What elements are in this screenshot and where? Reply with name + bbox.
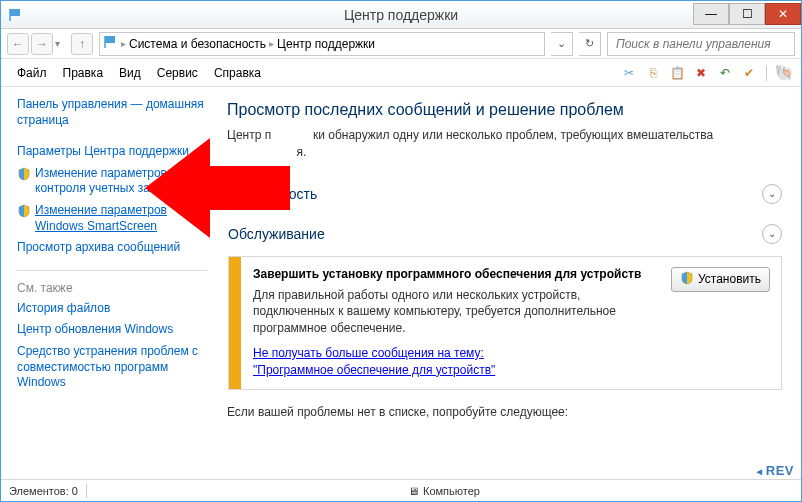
undo-icon[interactable]: ↶ bbox=[716, 64, 734, 82]
sidebar: Панель управления — домашняя страница Па… bbox=[1, 87, 215, 479]
address-bar: ← → ▾ ↑ ▸ Система и безопасность ▸ Центр… bbox=[1, 29, 801, 59]
chevron-down-icon[interactable]: ⌄ bbox=[762, 224, 782, 244]
sidebar-home[interactable]: Панель управления — домашняя страница bbox=[17, 97, 207, 128]
shield-icon bbox=[17, 167, 31, 186]
install-button[interactable]: Установить bbox=[671, 267, 770, 292]
close-button[interactable]: ✕ bbox=[765, 3, 801, 25]
section-maintenance[interactable]: Обслуживание ⌄ bbox=[228, 218, 782, 250]
sidebar-archive[interactable]: Просмотр архива сообщений bbox=[17, 240, 180, 256]
titlebar: Центр поддержки — ☐ ✕ bbox=[1, 1, 801, 29]
history-dropdown[interactable]: ▾ bbox=[55, 38, 69, 49]
paste-icon[interactable]: 📋 bbox=[668, 64, 686, 82]
forward-button[interactable]: → bbox=[31, 33, 53, 55]
flag-icon bbox=[9, 8, 23, 22]
watermark: REV bbox=[754, 463, 794, 478]
notice-box: Завершить установку программного обеспеч… bbox=[228, 256, 782, 390]
main-content: Просмотр последних сообщений и решение п… bbox=[215, 87, 801, 479]
svg-rect-0 bbox=[10, 9, 20, 16]
shield-icon bbox=[17, 204, 31, 223]
see-also-label: См. также bbox=[17, 281, 207, 295]
cut-icon[interactable]: ✂ bbox=[620, 64, 638, 82]
window-title: Центр поддержки bbox=[344, 7, 458, 23]
status-bar: Элементов: 0 🖥 Компьютер bbox=[1, 479, 801, 501]
footer-text: Если вашей проблемы нет в списке, попроб… bbox=[227, 405, 783, 419]
refresh-button[interactable]: ↻ bbox=[579, 32, 601, 56]
breadcrumb[interactable]: ▸ Система и безопасность ▸ Центр поддерж… bbox=[99, 32, 545, 56]
section-security[interactable]: Безопасность ⌄ bbox=[228, 178, 782, 210]
delete-icon[interactable]: ✖ bbox=[692, 64, 710, 82]
ok-icon[interactable]: ✔ bbox=[740, 64, 758, 82]
menu-view[interactable]: Вид bbox=[111, 63, 149, 83]
page-heading: Просмотр последних сообщений и решение п… bbox=[227, 101, 783, 119]
intro-text: Центр поддержки обнаружил одну или неско… bbox=[227, 127, 783, 161]
shield-icon bbox=[680, 271, 694, 288]
sidebar-compat[interactable]: Средство устранения проблем с совместимо… bbox=[17, 344, 207, 391]
status-computer: Компьютер bbox=[423, 485, 480, 497]
sidebar-filehistory[interactable]: История файлов bbox=[17, 301, 110, 317]
minimize-button[interactable]: — bbox=[693, 3, 729, 25]
menu-service[interactable]: Сервис bbox=[149, 63, 206, 83]
breadcrumb-item[interactable]: Центр поддержки bbox=[277, 37, 375, 51]
status-elements: Элементов: 0 bbox=[9, 485, 78, 497]
breadcrumb-dropdown[interactable]: ⌄ bbox=[551, 32, 573, 56]
maximize-button[interactable]: ☐ bbox=[729, 3, 765, 25]
menu-edit[interactable]: Правка bbox=[55, 63, 112, 83]
sidebar-uac[interactable]: Изменение параметров контроля учетных за… bbox=[35, 166, 207, 197]
sidebar-params[interactable]: Параметры Центра поддержки bbox=[17, 144, 189, 160]
notice-link[interactable]: Не получать больше сообщения на тему:"Пр… bbox=[253, 346, 495, 377]
notice-desc: Для правильной работы одного или несколь… bbox=[253, 287, 649, 337]
computer-icon: 🖥 bbox=[408, 485, 419, 497]
breadcrumb-item[interactable]: Система и безопасность bbox=[129, 37, 266, 51]
search-box[interactable] bbox=[607, 32, 795, 56]
svg-rect-2 bbox=[105, 36, 115, 43]
back-button[interactable]: ← bbox=[7, 33, 29, 55]
globe-icon[interactable]: 🐚 bbox=[775, 64, 793, 82]
menu-help[interactable]: Справка bbox=[206, 63, 269, 83]
menu-file[interactable]: Файл bbox=[9, 63, 55, 83]
sidebar-smartscreen[interactable]: Изменение параметров Windows SmartScreen bbox=[35, 203, 207, 234]
notice-title: Завершить установку программного обеспеч… bbox=[253, 267, 649, 281]
up-button[interactable]: ↑ bbox=[71, 33, 93, 55]
flag-icon bbox=[104, 35, 118, 52]
sidebar-winupdate[interactable]: Центр обновления Windows bbox=[17, 322, 173, 338]
menu-bar: Файл Правка Вид Сервис Справка ✂ ⎘ 📋 ✖ ↶… bbox=[1, 59, 801, 87]
chevron-down-icon[interactable]: ⌄ bbox=[762, 184, 782, 204]
search-input[interactable] bbox=[614, 36, 788, 52]
warning-stripe bbox=[229, 257, 241, 389]
copy-icon[interactable]: ⎘ bbox=[644, 64, 662, 82]
